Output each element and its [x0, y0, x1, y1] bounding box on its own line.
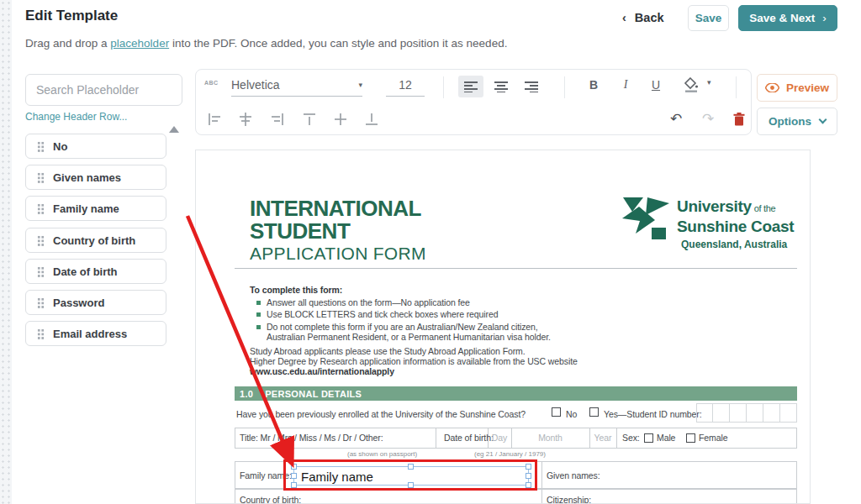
placeholder-field-text[interactable]: Family name	[301, 470, 373, 484]
placeholder-item-country-of-birth[interactable]: Country of birth	[25, 228, 166, 253]
id-digit-cell[interactable]	[713, 403, 730, 423]
sex-female-checkbox[interactable]	[686, 433, 695, 443]
resize-handle-top-center[interactable]	[408, 464, 414, 470]
sex-male-checkbox[interactable]	[644, 433, 653, 443]
drag-handle-icon[interactable]	[37, 328, 45, 339]
form-title-line3: APPLICATION FORM	[250, 243, 426, 265]
save-next-button[interactable]: Save & Next›	[738, 5, 837, 31]
search-placeholder-input[interactable]	[25, 74, 182, 106]
scroll-up-arrow-icon[interactable]	[169, 126, 179, 133]
chevron-down-icon	[819, 116, 827, 124]
delete-trash-icon[interactable]	[727, 108, 751, 130]
enrolled-no-label: No	[566, 409, 577, 419]
underline-button[interactable]: U	[643, 73, 668, 97]
resize-handle-middle-right[interactable]	[526, 473, 531, 479]
align-object-center-button[interactable]	[234, 108, 257, 130]
placeholder-item-label: Email address	[53, 328, 127, 340]
paint-bucket-icon	[683, 77, 700, 92]
resize-handle-bottom-right[interactable]	[526, 482, 531, 488]
undo-icon[interactable]: ↶	[663, 107, 689, 130]
placeholder-item-given-names[interactable]: Given names	[25, 165, 166, 190]
bullet-text: Use BLOCK LETTERS and tick check boxes w…	[267, 309, 498, 319]
align-object-right-button[interactable]	[266, 108, 289, 130]
placeholder-item-date-of-birth[interactable]: Date of birth	[25, 259, 166, 284]
options-button[interactable]: Options	[757, 108, 837, 135]
subtitle-text-post: into the PDF. Once added, you can style …	[169, 37, 507, 50]
dob-day-hint[interactable]: Day	[488, 433, 511, 443]
object-align-right-icon	[270, 112, 285, 127]
dob-year-hint[interactable]: Year	[589, 433, 616, 443]
id-digit-cell[interactable]	[780, 403, 797, 423]
object-align-bottom-icon	[364, 112, 379, 127]
align-object-middle-button[interactable]	[329, 108, 352, 130]
save-next-label: Save & Next	[749, 12, 815, 24]
placeholder-item-email-address[interactable]: Email address	[25, 321, 166, 346]
placeholder-item-family-name[interactable]: Family name	[25, 196, 166, 221]
placeholder-item-label: Date of birth	[53, 265, 118, 278]
object-align-middle-icon	[333, 112, 348, 127]
placeholder-item-no[interactable]: No	[25, 134, 166, 159]
title-label: Title: Mr / Mrs / Miss / Ms / Dr / Other…	[240, 433, 383, 443]
font-size-value: 12	[399, 78, 412, 92]
align-text-right-button[interactable]	[519, 76, 544, 97]
id-digit-cell[interactable]	[696, 403, 713, 423]
instructions-website: www.usc.edu.au/internationalapply	[250, 366, 653, 376]
align-text-center-button[interactable]	[489, 76, 514, 97]
placeholder-link[interactable]: placeholder	[110, 37, 169, 50]
object-align-center-icon	[238, 112, 253, 127]
redo-icon[interactable]: ↷	[695, 107, 721, 130]
resize-handle-bottom-left[interactable]	[291, 482, 297, 488]
student-id-boxes[interactable]	[696, 403, 797, 423]
id-digit-cell[interactable]	[730, 403, 747, 423]
given-names-label: Given names:	[547, 470, 600, 480]
birth-row: Country of birth: Citizenship:	[235, 489, 797, 504]
resize-handle-bottom-center[interactable]	[408, 482, 414, 488]
dob-month-hint[interactable]: Month	[511, 433, 589, 443]
drag-handle-icon[interactable]	[37, 172, 45, 183]
toolbar-divider	[443, 76, 444, 98]
font-size-input[interactable]: 12	[386, 73, 425, 97]
fill-color-button[interactable]	[679, 73, 704, 97]
font-family-value: Helvetica	[231, 78, 280, 92]
cell-divider	[436, 428, 436, 448]
selected-placeholder-element[interactable]: Family name	[293, 466, 529, 486]
drag-handle-icon[interactable]	[37, 235, 45, 246]
align-object-bottom-button[interactable]	[360, 108, 383, 130]
resize-handle-top-right[interactable]	[526, 464, 531, 470]
drag-handle-icon[interactable]	[37, 141, 45, 152]
bold-button[interactable]: B	[581, 73, 606, 97]
italic-button[interactable]: I	[613, 73, 638, 97]
change-header-row-link[interactable]: Change Header Row...	[25, 111, 127, 123]
section-personal-details: 1.0 PERSONAL DETAILS	[235, 386, 797, 401]
instruction-bullet: Answer all questions on the form—No appl…	[250, 297, 563, 307]
enrolled-yes-checkbox[interactable]	[589, 407, 599, 417]
section-title: PERSONAL DETAILS	[265, 389, 362, 399]
preview-button[interactable]: Preview	[757, 74, 837, 102]
logo-university: University	[677, 197, 752, 215]
enrolled-no-checkbox[interactable]	[552, 407, 561, 417]
object-align-left-icon	[207, 112, 222, 127]
id-digit-cell[interactable]	[747, 403, 763, 423]
page-subtitle: Drag and drop a placeholder into the PDF…	[25, 37, 507, 50]
resize-handle-middle-left[interactable]	[291, 473, 297, 479]
back-button[interactable]: ‹Back	[622, 11, 664, 24]
resize-handle-top-left[interactable]	[291, 464, 297, 470]
passport-note: (as shown on passport)	[347, 450, 417, 458]
title-dob-sex-row: Title: Mr / Mrs / Miss / Ms / Dr / Other…	[235, 428, 797, 449]
pdf-canvas[interactable]: INTERNATIONAL STUDENT APPLICATION FORM U…	[195, 150, 811, 504]
align-object-left-button[interactable]	[203, 108, 226, 130]
fill-color-caret-icon[interactable]: ▾	[707, 78, 711, 87]
placeholder-item-password[interactable]: Password	[25, 290, 166, 315]
right-edge-decor	[0, 0, 12, 504]
align-object-top-button[interactable]	[298, 108, 321, 130]
drag-handle-icon[interactable]	[37, 297, 45, 308]
save-button[interactable]: Save	[688, 5, 729, 31]
id-digit-cell[interactable]	[763, 403, 780, 423]
font-family-select[interactable]: Helvetica ▾	[231, 73, 362, 97]
drag-handle-icon[interactable]	[37, 203, 45, 214]
drag-handle-icon[interactable]	[37, 266, 45, 277]
bullet-square-icon	[256, 325, 261, 329]
font-dropdown-caret-icon: ▾	[358, 81, 362, 89]
align-text-left-button[interactable]	[458, 76, 483, 97]
instructions-note1: Study Abroad applicants please use the S…	[250, 346, 653, 356]
